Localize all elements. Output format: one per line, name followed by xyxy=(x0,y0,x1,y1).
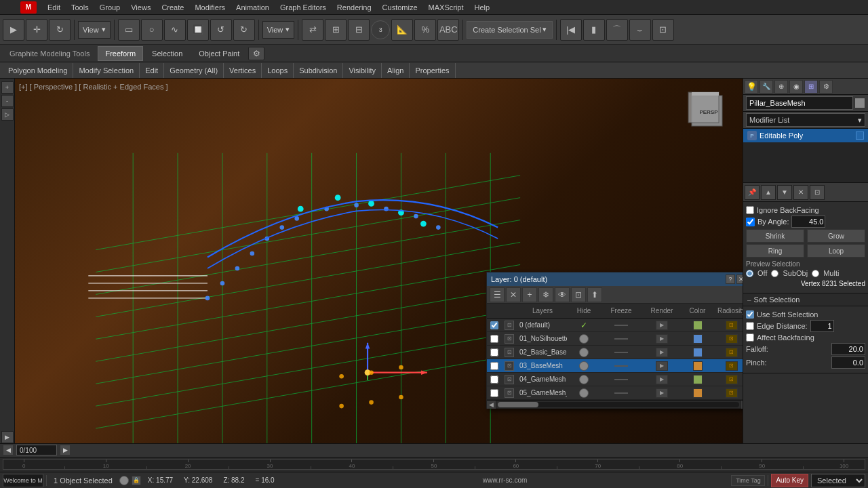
timeline-ruler[interactable]: 0102030405060708090100 xyxy=(3,459,865,470)
ring-btn[interactable]: Ring xyxy=(746,244,804,258)
properties-btn[interactable]: Properties xyxy=(410,63,455,78)
color-swatch[interactable] xyxy=(693,348,703,357)
layer-row[interactable]: ⊡ 01_NoSilhouette ▶ ⊡ xyxy=(487,332,743,346)
use-soft-sel-check[interactable] xyxy=(746,310,754,319)
view-dropdown[interactable]: View▾ xyxy=(262,21,295,39)
menu-group[interactable]: Group xyxy=(94,0,126,14)
layer-active-check[interactable] xyxy=(490,348,498,357)
align-btn[interactable]: ⊟ xyxy=(348,19,370,41)
select-lasso-btn[interactable]: ∿ xyxy=(164,19,186,41)
object-properties-icon[interactable]: 💡 xyxy=(745,80,758,94)
layers-scrollbar[interactable]: ◀ ▶ xyxy=(487,400,743,408)
named-sel-3[interactable]: ⌒ xyxy=(606,19,628,41)
menu-tools[interactable]: Tools xyxy=(66,0,94,14)
menu-rendering[interactable]: Rendering xyxy=(332,0,377,14)
layer-active-check[interactable] xyxy=(490,389,498,397)
layer-row[interactable]: ⊡ 03_BaseMesh ▶ ⊡ xyxy=(487,359,743,373)
timeline-next-btn[interactable]: ▶ xyxy=(60,445,71,455)
edge-dist-spinbox[interactable] xyxy=(810,320,834,332)
layer-row[interactable]: ⊡ 0 (default) ✓ ▶ ⊡ xyxy=(487,319,743,332)
snap-percent-btn[interactable]: % xyxy=(414,19,436,41)
menu-modifiers[interactable]: Modifiers xyxy=(189,0,231,14)
named-sel-4[interactable]: ⌣ xyxy=(629,19,651,41)
object-name-field[interactable] xyxy=(746,96,853,110)
welcome-to-m-btn[interactable]: Welcome to M xyxy=(3,474,43,487)
auto-key-btn[interactable]: Auto Key xyxy=(771,474,808,487)
scroll-left-btn[interactable]: ◀ xyxy=(487,401,496,409)
menu-create[interactable]: Create xyxy=(156,0,189,14)
loops-btn[interactable]: Loops xyxy=(262,63,294,78)
color-swatch[interactable] xyxy=(693,388,703,398)
select-tool-btn[interactable]: ▶ xyxy=(3,19,24,41)
align-btn[interactable]: Align xyxy=(382,63,410,78)
hierarchy-icon[interactable]: ⊕ xyxy=(774,80,788,94)
graphite-tab-freeform[interactable]: Freeform xyxy=(98,46,143,61)
move-tool-btn[interactable]: ✛ xyxy=(26,19,47,41)
mod-pin-btn[interactable]: 📌 xyxy=(745,185,760,200)
menu-animation[interactable]: Animation xyxy=(231,0,275,14)
color-swatch[interactable] xyxy=(693,321,703,330)
grow-btn[interactable]: Grow xyxy=(807,229,865,243)
soft-selection-header[interactable]: – Soft Selection xyxy=(743,293,868,306)
named-sel-5[interactable]: ⊡ xyxy=(652,19,674,41)
geometry-all-btn[interactable]: Geometry (All) xyxy=(164,63,224,78)
graphite-tab-object-paint[interactable]: Object Paint xyxy=(191,46,247,61)
visibility-btn[interactable]: Visibility xyxy=(343,63,382,78)
snap-spinner-btn[interactable]: ABC xyxy=(437,19,459,41)
dialog-close-btn[interactable]: ✕ xyxy=(736,274,743,284)
subdivision-btn[interactable]: Subdivision xyxy=(294,63,343,78)
utilities-icon[interactable]: ⚙ xyxy=(819,80,833,94)
layers-delete-btn[interactable]: ✕ xyxy=(506,287,521,302)
lock-icon[interactable]: 🔒 xyxy=(132,476,141,485)
dialog-help-btn[interactable]: ? xyxy=(726,274,735,284)
layer-row[interactable]: ⊡ 02_Basic_BaseMesh ▶ ⊡ xyxy=(487,346,743,359)
mirror-btn[interactable]: ⇄ xyxy=(302,19,323,41)
menu-maxscript[interactable]: MAXScript xyxy=(423,0,469,14)
edit-btn[interactable]: Edit xyxy=(140,63,164,78)
redo-btn[interactable]: ↻ xyxy=(233,19,255,41)
menu-views[interactable]: Views xyxy=(125,0,156,14)
mod-edit-btn[interactable]: ⊡ xyxy=(810,185,825,200)
motion-icon[interactable]: ◉ xyxy=(789,80,803,94)
viewport[interactable]: [+] [ Perspective ] [ Realistic + Edged … xyxy=(15,79,743,443)
menu-customize[interactable]: Customize xyxy=(377,0,423,14)
preview-multi-radio[interactable] xyxy=(812,270,819,277)
layers-freeze-btn[interactable]: ❄ xyxy=(538,287,553,302)
color-swatch[interactable] xyxy=(693,375,703,384)
layer-active-check[interactable] xyxy=(490,335,498,343)
mod-move-up-btn[interactable]: ▲ xyxy=(761,185,776,200)
scroll-right-btn[interactable]: ▶ xyxy=(741,401,743,409)
layers-hide-btn[interactable]: 👁 xyxy=(555,287,570,302)
left-tool-1[interactable]: + xyxy=(1,81,14,94)
undo-btn[interactable]: ↺ xyxy=(210,19,232,41)
shrink-btn[interactable]: Shrink xyxy=(746,229,804,243)
affect-backfacing-check[interactable] xyxy=(746,333,754,342)
falloff-spinbox[interactable] xyxy=(831,343,865,355)
vertices-btn[interactable]: Vertices xyxy=(224,63,262,78)
selected-dropdown[interactable]: Selected xyxy=(811,474,865,487)
layer-row[interactable]: ⊡ 05_GameMesh_DP ▶ ⊡ xyxy=(487,386,743,400)
select-rect-btn[interactable]: ▭ xyxy=(118,19,140,41)
modifier-list-dropdown[interactable]: Modifier List ▾ xyxy=(746,113,865,127)
layers-add-btn[interactable]: + xyxy=(522,287,537,302)
layers-render-btn[interactable]: ⊡ xyxy=(571,287,586,302)
snap-angle-btn[interactable]: 📐 xyxy=(391,19,413,41)
menu-graph-editors[interactable]: Graph Editors xyxy=(275,0,332,14)
layer-active-check[interactable] xyxy=(490,321,498,329)
ignore-backfacing-check[interactable] xyxy=(746,206,754,214)
menu-help[interactable]: Help xyxy=(469,0,496,14)
select-circle-btn[interactable]: ○ xyxy=(141,19,163,41)
select-filter-dropdown[interactable]: View▾ xyxy=(78,21,111,39)
color-swatch[interactable] xyxy=(693,334,703,344)
dialog-titlebar[interactable]: Layer: 0 (default) ? ✕ xyxy=(487,272,743,286)
rotate-tool-btn[interactable]: ↻ xyxy=(49,19,71,41)
modify-sel-btn[interactable]: Modify Selection xyxy=(73,63,140,78)
menu-edit[interactable]: Edit xyxy=(42,0,66,14)
named-sel-1[interactable]: |◀ xyxy=(560,19,582,41)
object-color-swatch[interactable] xyxy=(854,98,865,108)
by-angle-check[interactable] xyxy=(746,218,755,226)
display-icon[interactable]: ⊞ xyxy=(804,80,818,94)
layer-active-check[interactable] xyxy=(490,362,498,370)
edge-dist-check[interactable] xyxy=(746,322,754,330)
left-tool-3[interactable]: ▷ xyxy=(1,108,14,121)
